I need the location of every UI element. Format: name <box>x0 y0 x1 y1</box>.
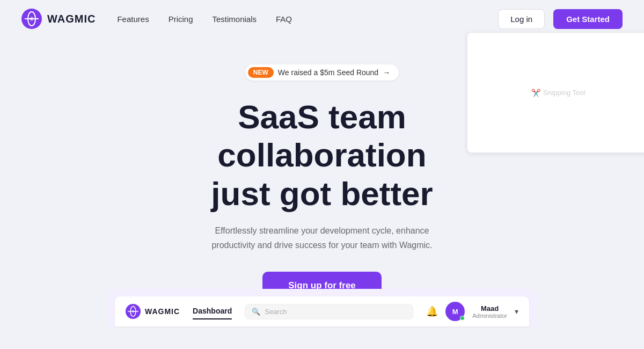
nav-link-features[interactable]: Features <box>117 14 149 24</box>
get-started-button[interactable]: Get Started <box>553 9 623 29</box>
nav-links: Features Pricing Testimonials FAQ <box>117 14 292 24</box>
badge-text: We raised a $5m Seed Round <box>278 68 378 77</box>
search-placeholder-text: Search <box>265 308 287 316</box>
chevron-down-icon[interactable]: ▾ <box>515 307 518 316</box>
dashboard-logo: WAGMIC <box>126 304 180 319</box>
avatar-online-dot <box>460 316 465 321</box>
search-icon: 🔍 <box>252 308 260 316</box>
logo-icon <box>21 9 42 29</box>
dashboard-logo-text: WAGMIC <box>145 307 180 316</box>
svg-point-4 <box>31 18 33 20</box>
dashboard-preview: WAGMIC Dashboard 🔍 Search 🔔 M Maad <box>107 289 537 326</box>
dashboard-right: 🔔 M Maad Administrator ▾ <box>426 302 518 321</box>
snipping-tool-label: ✂️ Snipping Tool <box>531 89 586 97</box>
login-button[interactable]: Log in <box>498 9 545 29</box>
nav-link-pricing[interactable]: Pricing <box>169 14 193 24</box>
bell-icon[interactable]: 🔔 <box>426 306 438 317</box>
dashboard-inner: WAGMIC Dashboard 🔍 Search 🔔 M Maad <box>115 296 529 326</box>
logo-text: WAGMIC <box>47 13 96 25</box>
hero-subtitle: Effortlessly streamline your development… <box>193 223 451 252</box>
dashboard-tab[interactable]: Dashboard <box>193 303 232 319</box>
user-info: Maad Administrator <box>472 304 507 319</box>
user-role: Administrator <box>472 312 507 319</box>
user-name: Maad <box>472 304 507 312</box>
avatar-initials: M <box>452 308 458 316</box>
snipping-tool-overlay: ✂️ Snipping Tool <box>467 32 644 153</box>
navbar-right: Log in Get Started <box>498 9 623 29</box>
badge-arrow: → <box>383 68 390 77</box>
svg-point-9 <box>133 311 134 312</box>
hero-title-line2: just got better <box>211 175 433 212</box>
logo-area[interactable]: WAGMIC <box>21 9 96 29</box>
nav-link-faq[interactable]: FAQ <box>276 14 292 24</box>
badge-new-label: NEW <box>248 67 274 78</box>
dashboard-logo-icon <box>126 304 141 319</box>
nav-link-testimonials[interactable]: Testimonials <box>213 14 257 24</box>
dashboard-search[interactable]: 🔍 Search <box>245 304 413 319</box>
user-avatar: M <box>445 302 465 321</box>
hero-title: SaaS team collaboration just got better <box>134 98 510 213</box>
snipping-icon: ✂️ <box>531 89 540 97</box>
hero-title-line1: SaaS team collaboration <box>217 98 426 173</box>
hero-section: ✂️ Snipping Tool NEW We raised a $5m See… <box>0 38 644 326</box>
announcement-badge[interactable]: NEW We raised a $5m Seed Round → <box>245 64 399 81</box>
navbar-left: WAGMIC Features Pricing Testimonials FAQ <box>21 9 292 29</box>
